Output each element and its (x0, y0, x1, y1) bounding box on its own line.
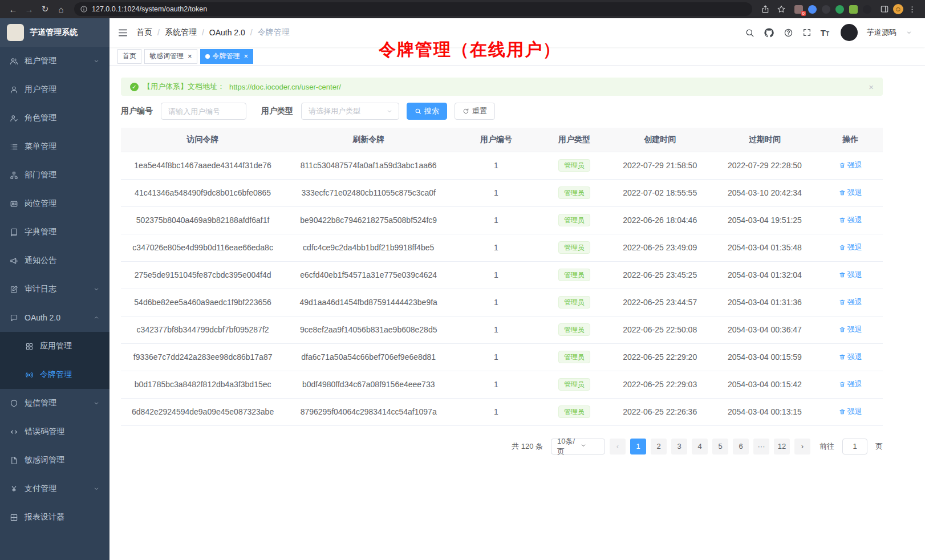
help-icon[interactable] (784, 28, 793, 38)
font-size-icon[interactable]: TT (821, 29, 829, 37)
sidebar-item-audit[interactable]: 审计日志 (0, 275, 109, 303)
user-type-select[interactable]: 请选择用户类型 (301, 103, 399, 120)
tab-0[interactable]: 首页 (117, 49, 141, 64)
sidebar-item-pay[interactable]: 支付管理 (0, 474, 109, 503)
close-icon[interactable]: × (869, 82, 874, 92)
fullscreen-icon[interactable] (802, 28, 812, 37)
force-logout-button[interactable]: 强退 (839, 352, 862, 362)
extension-puzzle-icon[interactable] (849, 5, 858, 14)
refresh-token-cell: be90422b8c7946218275a508bf524fc9 (285, 206, 452, 234)
chevron-down-icon[interactable] (906, 29, 912, 36)
pay-icon (10, 485, 18, 493)
force-logout-button[interactable]: 强退 (839, 379, 862, 389)
home-icon[interactable]: ⌂ (54, 2, 68, 17)
create-time-cell: 2022-07-29 21:58:50 (608, 152, 711, 179)
reload-icon[interactable]: ↻ (38, 2, 52, 17)
sidebar-item-report[interactable]: 报表设计器 (0, 503, 109, 531)
extension-icon[interactable]: 0 (794, 5, 803, 14)
force-logout-button[interactable]: 强退 (839, 160, 862, 171)
bookmark-icon[interactable] (774, 2, 789, 17)
search-button[interactable]: 搜索 (407, 103, 447, 120)
expire-time-cell: 2054-03-04 00:15:42 (711, 371, 818, 398)
column-header: 刷新令牌 (285, 128, 452, 152)
extension-icon[interactable] (835, 5, 844, 14)
username[interactable]: 芋道源码 (867, 27, 896, 38)
breadcrumb-item[interactable]: OAuth 2.0 (209, 28, 245, 37)
tab-2[interactable]: 令牌管理× (200, 49, 254, 64)
page-size-select[interactable]: 10条/页 (551, 439, 605, 455)
github-icon[interactable] (764, 27, 774, 38)
create-time-cell: 2022-06-26 18:04:46 (608, 206, 711, 234)
profile-avatar[interactable]: ☺ (893, 4, 903, 14)
force-logout-button[interactable]: 强退 (839, 215, 862, 225)
force-logout-button[interactable]: 强退 (839, 297, 862, 307)
split-view-icon[interactable] (877, 2, 892, 17)
sidebar-item-oauth2-token[interactable]: 令牌管理 (0, 360, 109, 389)
menu-icon (10, 143, 18, 151)
trash-icon (839, 189, 846, 196)
user-id-cell: 1 (452, 289, 540, 316)
sidebar-item-post[interactable]: 岗位管理 (0, 189, 109, 218)
breadcrumb-separator: / (157, 28, 160, 37)
sidebar-item-role[interactable]: 角色管理 (0, 104, 109, 132)
address-bar[interactable]: 127.0.0.1:1024/system/oauth2/token (74, 2, 752, 16)
force-logout-button[interactable]: 强退 (839, 270, 862, 280)
close-icon[interactable]: × (244, 52, 249, 60)
user-type-cell: 管理员 (540, 316, 608, 343)
expire-time-cell: 2054-03-04 01:31:36 (711, 289, 818, 316)
reset-button[interactable]: 重置 (455, 103, 495, 120)
goto-page-input[interactable] (842, 439, 867, 455)
page-button-3[interactable]: 3 (671, 439, 687, 455)
force-logout-button[interactable]: 强退 (839, 407, 862, 417)
close-icon[interactable]: × (188, 52, 192, 60)
next-page-button[interactable]: › (794, 439, 810, 455)
back-icon[interactable]: ← (6, 2, 21, 17)
refresh-token-cell: 9ce8ef2aa9f14056b831ae9b608e28d5 (285, 316, 452, 343)
breadcrumb-item[interactable]: 首页 (136, 27, 152, 38)
extension-icon[interactable] (808, 5, 817, 14)
browser-menu-icon[interactable] (904, 2, 919, 17)
action-cell: 强退 (818, 261, 883, 289)
sidebar-item-sensitive[interactable]: 敏感词管理 (0, 446, 109, 474)
force-logout-button[interactable]: 强退 (839, 242, 862, 253)
sidebar-item-tenant[interactable]: 租户管理 (0, 47, 109, 75)
page-button-2[interactable]: 2 (651, 439, 667, 455)
user-id-input[interactable] (161, 103, 246, 120)
sidebar-item-notice[interactable]: 通知公告 (0, 246, 109, 275)
force-logout-button[interactable]: 强退 (839, 188, 862, 198)
share-icon[interactable] (758, 2, 773, 17)
app-logo[interactable]: 芋道管理系统 (0, 18, 109, 47)
extension-icon[interactable] (863, 5, 871, 14)
user-type-badge: 管理员 (558, 186, 590, 199)
sidebar-item-oauth2[interactable]: OAuth 2.0 (0, 303, 109, 332)
sidebar-item-dept[interactable]: 部门管理 (0, 161, 109, 189)
forward-icon[interactable]: → (22, 2, 36, 17)
page-button-12[interactable]: 12 (774, 439, 790, 455)
sensitive-icon (10, 456, 18, 465)
table-row: 41c41346a548490f9dc8b01c6bfe0865333ecfc7… (121, 179, 883, 206)
breadcrumb-item[interactable]: 系统管理 (165, 27, 197, 38)
sidebar-item-user[interactable]: 用户管理 (0, 75, 109, 104)
sidebar-item-label: 报表设计器 (25, 512, 100, 522)
chevron-down-icon (93, 485, 100, 492)
user-avatar[interactable] (841, 24, 858, 41)
sidebar-item-sms[interactable]: 短信管理 (0, 389, 109, 417)
prev-page-button[interactable]: ‹ (610, 439, 626, 455)
page-button-4[interactable]: 4 (692, 439, 708, 455)
sidebar-item-errcode[interactable]: 错误码管理 (0, 417, 109, 446)
site-info-icon[interactable] (80, 5, 88, 13)
tab-1[interactable]: 敏感词管理× (144, 49, 197, 64)
chevron-down-icon (386, 108, 393, 115)
page-button-1[interactable]: 1 (630, 439, 646, 455)
sidebar-item-menu[interactable]: 菜单管理 (0, 132, 109, 161)
extension-icon[interactable] (822, 5, 830, 14)
page-button-6[interactable]: 6 (733, 439, 749, 455)
page-button-5[interactable]: 5 (712, 439, 728, 455)
hamburger-icon[interactable] (117, 27, 128, 38)
force-logout-button[interactable]: 强退 (839, 324, 862, 335)
more-pages-button[interactable]: ··· (753, 439, 769, 455)
alert-link[interactable]: https://doc.iocoder.cn/user-center/ (229, 83, 341, 91)
search-icon[interactable] (745, 28, 754, 38)
sidebar-item-oauth2-app[interactable]: 应用管理 (0, 332, 109, 360)
sidebar-item-dict[interactable]: 字典管理 (0, 218, 109, 246)
